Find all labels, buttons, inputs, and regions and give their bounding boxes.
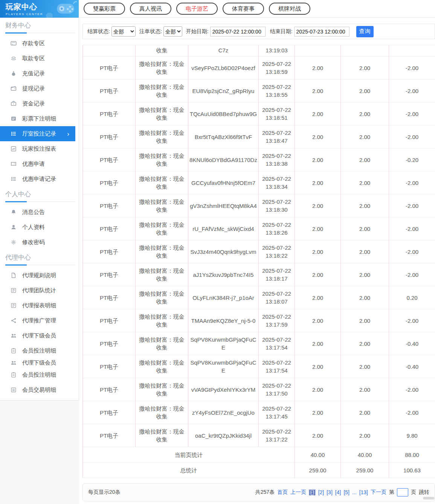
sidebar-item-label: 提现记录 — [22, 85, 45, 92]
pagination-page[interactable]: [2] — [318, 489, 324, 495]
cell-result: 9.80 — [389, 424, 435, 447]
sidebar-item-1-2[interactable]: 修改密码 — [0, 235, 79, 250]
cell-time: 2025-07-22 13:18:22 — [259, 240, 295, 263]
cell-valid-bet: 2.00 — [341, 401, 389, 424]
main-content: 雙赢彩票真人视讯电子游艺体育赛事棋牌对战 结算状态: 全部 注单状态: 全部 开… — [79, 0, 435, 504]
cell-platform: PT电子 — [83, 263, 136, 286]
cell-time: 2025-07-22 13:18:07 — [259, 286, 295, 309]
cell-time: 2025-07-22 13:18:34 — [259, 171, 295, 194]
sidebar-item-0-5[interactable]: 彩票下注明细 — [0, 111, 79, 126]
sidebar-item-2-8[interactable]: 会员交易明细 — [0, 382, 79, 397]
pagination-page[interactable]: [13] — [359, 489, 368, 495]
cell-valid-bet: 2.00 — [341, 263, 389, 286]
sidebar-section: 财务中心存款专区取款专区充值记录提现记录资金记录彩票下注明细厅室投注记录›玩家投… — [0, 21, 79, 186]
sidebar-item-2-0[interactable]: 代理规则说明 — [0, 268, 79, 283]
tab-game-category-2[interactable]: 电子游艺 — [176, 3, 218, 15]
cell-bet: 2.00 — [295, 355, 341, 378]
settle-status-select[interactable]: 全部 — [111, 26, 136, 37]
pagination-page[interactable]: [3] — [327, 489, 333, 495]
sidebar-item-0-1[interactable]: 取款专区 — [0, 51, 79, 66]
report-icon — [11, 287, 17, 293]
tab-game-category-3[interactable]: 体育赛事 — [223, 3, 264, 15]
gear-icon — [11, 239, 17, 245]
tab-game-category-0[interactable]: 雙赢彩票 — [84, 3, 125, 15]
person-icon — [11, 224, 17, 230]
jump-button[interactable]: 跳转 — [419, 489, 429, 496]
cell-order-id: C7z — [188, 45, 259, 57]
sidebar-item-2-2[interactable]: 代理报表明细 — [0, 298, 79, 313]
sidebar-item-label: 代理推广管理 — [22, 317, 56, 324]
total-summary-valid: 259.00 — [341, 463, 389, 478]
cell-valid-bet: 2.00 — [341, 355, 389, 378]
cell-platform: PT电子 — [83, 332, 136, 355]
sidebar-item-2-3[interactable]: 代理推广管理 — [0, 313, 79, 328]
coupon-icon — [11, 161, 17, 167]
filter-bar: 结算状态: 全部 注单状态: 全部 开始日期: 结束日期: 查询 — [82, 24, 435, 39]
cell-valid-bet: 2.00 — [341, 171, 389, 194]
cell-bet: 2.00 — [295, 309, 341, 332]
sidebar-item-1-0[interactable]: 消息公告 — [0, 205, 79, 220]
sidebar-item-0-0[interactable]: 存款专区 — [0, 36, 79, 51]
sidebar-item-0-9[interactable]: 优惠申请记录 — [0, 171, 79, 186]
cell-time: 2025-07-22 13:17:50 — [259, 378, 295, 401]
prev-page-link[interactable]: 上一页 — [290, 489, 306, 496]
sidebar-item-2-7[interactable]: 会员投注明细 — [0, 367, 79, 382]
cell-result: -2.00 — [389, 194, 435, 217]
cell-bet: 2.00 — [295, 240, 341, 263]
cell-platform: PT电子 — [83, 79, 136, 102]
cell-bet — [295, 45, 341, 57]
section-underline-accent — [5, 32, 27, 34]
cell-valid-bet — [341, 45, 389, 57]
jump-suffix-label: 页 — [411, 489, 416, 496]
sidebar-item-2-4[interactable]: 代理下级会员 — [0, 328, 79, 343]
cell-result: -2.00 — [389, 217, 435, 240]
cell-game: 撒哈拉财富：现金收集 — [136, 378, 188, 401]
pagination-page[interactable]: [4] — [335, 489, 341, 495]
query-button[interactable]: 查询 — [356, 26, 374, 37]
game-category-tabs: 雙赢彩票真人视讯电子游艺体育赛事棋牌对战 — [79, 0, 435, 18]
end-date-input[interactable] — [294, 27, 350, 37]
cell-game: 收集 — [136, 45, 188, 57]
sidebar-item-0-7[interactable]: 玩家投注报表 — [0, 141, 79, 156]
cell-bet: 2.00 — [295, 378, 341, 401]
pagination-page[interactable]: [5] — [343, 489, 350, 495]
cell-bet: 2.00 — [295, 424, 341, 447]
sidebar-item-2-5[interactable]: 会员投注明细 — [0, 343, 79, 358]
cell-valid-bet: 2.00 — [341, 102, 389, 125]
first-page-link[interactable]: 首页 — [277, 489, 288, 496]
sidebar-item-0-6[interactable]: 厅室投注记录› — [0, 126, 75, 141]
sidebar-item-2-6[interactable]: 代理下级会员 — [0, 358, 79, 367]
cell-time: 2025-07-22 13:18:17 — [259, 263, 295, 286]
pagination-page-current[interactable]: [1] — [309, 489, 316, 495]
sidebar-item-0-2[interactable]: 充值记录 — [0, 66, 79, 81]
sidebar: 玩家中心 PLAYERS CENTER 财务中心存款专区取款专区充值记录提现记录… — [0, 0, 79, 400]
table-row-partial: 收集 C7z 13:19:03 — [83, 45, 435, 57]
end-date-label: 结束日期: — [270, 28, 293, 35]
sidebar-item-label: 优惠申请 — [22, 160, 45, 168]
moneybag-icon — [11, 70, 17, 76]
cell-platform: PT电子 — [83, 309, 136, 332]
pagination-controls: 共257条 首页 上一页 [1][2][3][4][5]...[13] 下一页 … — [255, 488, 429, 496]
sidebar-item-1-1[interactable]: 个人资料 — [0, 220, 79, 235]
cell-game: 撒哈拉财富：现金收集 — [136, 401, 188, 424]
sidebar-item-2-1[interactable]: 代理团队统计 — [0, 283, 79, 298]
table-row: PT电子撒哈拉财富：现金收集SqPV8KurwmbGPjaQFuCE2025-0… — [83, 355, 435, 378]
start-date-input[interactable] — [210, 27, 266, 37]
next-page-link[interactable]: 下一页 — [371, 489, 386, 496]
cell-time: 13:19:03 — [259, 45, 295, 57]
table-row: PT电子撒哈拉财富：现金收集rU_FAfVzMc_skWjCixd42025-0… — [83, 217, 435, 240]
tab-game-category-1[interactable]: 真人视讯 — [130, 3, 171, 15]
jump-page-input[interactable] — [397, 488, 408, 496]
cell-order: SqPV8KurwmbGPjaQFuCE — [188, 332, 259, 355]
cell-valid-bet: 2.00 — [341, 79, 389, 102]
scrollbar-thumb[interactable] — [423, 497, 434, 499]
order-status-select[interactable]: 全部 — [163, 26, 182, 37]
sidebar-item-0-3[interactable]: 提现记录 — [0, 81, 79, 96]
sidebar-item-0-4[interactable]: 资金记录 — [0, 96, 79, 111]
sidebar-item-label: 代理下级会员 — [22, 359, 56, 367]
cell-valid-bet: 2.00 — [341, 332, 389, 355]
sidebar-item-0-8[interactable]: 优惠申请 — [0, 156, 79, 171]
cell-game: 撒哈拉财富：现金收集 — [136, 263, 188, 286]
table-row: PT电子撒哈拉财富：现金收集zY4yFsOEl7ZnE_ocgjUo2025-0… — [83, 401, 435, 424]
tab-game-category-4[interactable]: 棋牌对战 — [269, 3, 310, 15]
